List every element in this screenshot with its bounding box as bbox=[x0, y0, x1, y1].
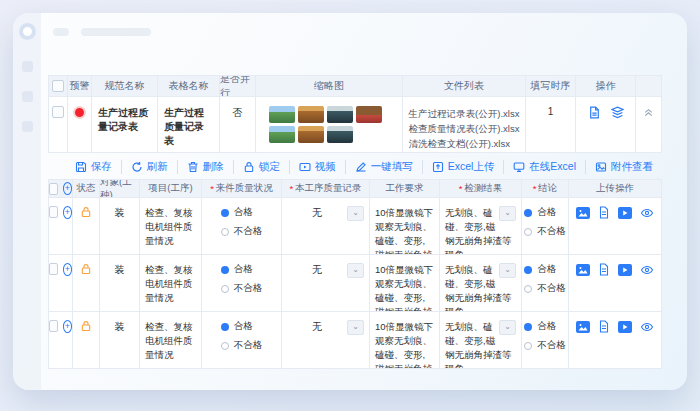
select-all-checkbox[interactable] bbox=[49, 183, 58, 195]
attachment-view-button[interactable]: 附件查看 bbox=[585, 160, 662, 174]
col-parallel: 是否并行 bbox=[220, 75, 256, 97]
col-collapse bbox=[636, 75, 662, 97]
quick-fill-button[interactable]: 一键填写 bbox=[345, 160, 422, 174]
thumbnail-image[interactable] bbox=[298, 126, 324, 143]
thumbnail-image[interactable] bbox=[269, 106, 295, 123]
radio-pass[interactable]: 合格 bbox=[524, 206, 556, 219]
row-checkbox[interactable] bbox=[52, 106, 64, 118]
project-value: 检查、复核电机组件质量情况 bbox=[140, 263, 201, 305]
radio-fail[interactable]: 不合格 bbox=[221, 282, 263, 295]
modal-card: 预警 规范名称 表格名称 是否并行 缩略图 文件列表 填写时序 操作 生产过程质… bbox=[13, 13, 687, 390]
role-value: 装 bbox=[115, 263, 125, 277]
chevron-down-icon[interactable]: ⌄ bbox=[499, 263, 516, 278]
radio-fail[interactable]: 不合格 bbox=[524, 225, 566, 238]
add-row-icon[interactable]: + bbox=[63, 206, 72, 219]
eye-icon[interactable] bbox=[640, 264, 654, 276]
radio-fail[interactable]: 不合格 bbox=[221, 339, 263, 352]
refresh-button[interactable]: 刷新 bbox=[121, 160, 177, 174]
chevron-down-icon[interactable]: ⌄ bbox=[347, 320, 364, 335]
add-row-icon[interactable]: + bbox=[63, 320, 72, 333]
test-result-select[interactable]: ⌄ 无划痕、磕碰、变形,磁钢无崩角掉渣等现象 bbox=[440, 263, 521, 312]
thumbnail-image[interactable] bbox=[327, 126, 353, 143]
sidebar-item-ghost bbox=[22, 91, 33, 102]
process-record-select[interactable]: 无 ⌄ bbox=[282, 263, 369, 278]
col-fill-order: 填写时序 bbox=[526, 75, 576, 97]
col-conclusion: *结论 bbox=[522, 179, 569, 198]
thumbnail-image[interactable] bbox=[327, 106, 353, 123]
radio-fail[interactable]: 不合格 bbox=[524, 339, 566, 352]
spec-name: 生产过程质量记录表 bbox=[92, 106, 157, 134]
image-icon[interactable] bbox=[576, 321, 590, 333]
chevron-down-icon[interactable]: ⌄ bbox=[499, 320, 516, 335]
radio-pass[interactable]: 合格 bbox=[524, 263, 556, 276]
thumbnail-image[interactable] bbox=[356, 106, 382, 123]
thumbnail-image[interactable] bbox=[298, 106, 324, 123]
document-icon[interactable] bbox=[598, 320, 610, 333]
video-icon[interactable] bbox=[618, 264, 632, 276]
records-table: + 状态 对象(工种) 项目(工序) *来件质量状况 *本工序质量记录 工作要求… bbox=[48, 179, 662, 369]
add-row-icon[interactable]: + bbox=[63, 263, 72, 276]
document-icon[interactable] bbox=[588, 106, 601, 119]
record-row: + 装 检查、复核电机组件质量情况 合格 不合格 无 ⌄ 1 bbox=[48, 255, 662, 312]
file-link[interactable]: 生产过程记录表(公开).xlsx bbox=[409, 106, 520, 121]
process-record-select[interactable]: 无 ⌄ bbox=[282, 206, 369, 221]
chevron-down-icon[interactable]: ⌄ bbox=[347, 263, 364, 278]
file-link[interactable]: 检查质量情况表(公开).xlsx bbox=[409, 121, 520, 136]
conclusion-radios: 合格 不合格 bbox=[524, 320, 566, 352]
video-icon[interactable] bbox=[618, 321, 632, 333]
layers-icon[interactable] bbox=[611, 106, 624, 119]
save-icon bbox=[75, 161, 87, 173]
lock-status-icon bbox=[80, 320, 92, 332]
radio-fail[interactable]: 不合格 bbox=[221, 225, 263, 238]
excel-upload-button[interactable]: Excel上传 bbox=[422, 160, 504, 174]
add-row-icon[interactable]: + bbox=[63, 182, 72, 195]
radio-pass[interactable]: 合格 bbox=[221, 320, 253, 333]
image-icon[interactable] bbox=[576, 207, 590, 219]
process-record-select[interactable]: 无 ⌄ bbox=[282, 320, 369, 335]
action-toolbar: 保存 刷新 删除 锁定 视频 一键填写 bbox=[48, 157, 662, 177]
file-list: 生产过程记录表(公开).xlsx 检查质量情况表(公开).xlsx 清洗检查文档… bbox=[405, 106, 524, 151]
video-icon bbox=[299, 161, 311, 173]
file-link[interactable]: 清洗检查文档(公开).xlsx bbox=[409, 136, 520, 151]
eye-icon[interactable] bbox=[640, 207, 654, 219]
document-icon[interactable] bbox=[598, 263, 610, 276]
conclusion-radios: 合格 不合格 bbox=[524, 263, 566, 295]
save-button[interactable]: 保存 bbox=[66, 160, 121, 174]
delete-button[interactable]: 删除 bbox=[177, 160, 233, 174]
document-icon[interactable] bbox=[598, 206, 610, 219]
lock-button[interactable]: 锁定 bbox=[233, 160, 289, 174]
radio-fail[interactable]: 不合格 bbox=[524, 282, 566, 295]
row-checkbox[interactable] bbox=[49, 263, 58, 275]
online-excel-button[interactable]: 在线Excel bbox=[503, 160, 585, 174]
chevron-down-icon[interactable]: ⌄ bbox=[499, 206, 516, 221]
test-result-select[interactable]: ⌄ 无划痕、磕碰、变形,磁钢无崩角掉渣等现象 bbox=[440, 320, 521, 369]
col-alert: 预警 bbox=[68, 75, 92, 97]
radio-pass[interactable]: 合格 bbox=[524, 320, 556, 333]
radio-pass[interactable]: 合格 bbox=[221, 263, 253, 276]
lock-status-icon bbox=[80, 206, 92, 218]
row-checkbox[interactable] bbox=[49, 206, 58, 218]
app-logo bbox=[19, 23, 36, 40]
test-result-select[interactable]: ⌄ 无划痕、磕碰、变形,磁钢无崩角掉渣等现象 bbox=[440, 206, 521, 255]
header-select-cell bbox=[48, 75, 68, 97]
role-value: 装 bbox=[115, 206, 125, 220]
row-checkbox[interactable] bbox=[49, 320, 58, 332]
eye-icon[interactable] bbox=[640, 321, 654, 333]
video-icon[interactable] bbox=[618, 207, 632, 219]
radio-selected-icon bbox=[524, 323, 532, 331]
forms-table-row: 生产过程质量记录表 生产过程质量记录表 否 bbox=[48, 97, 662, 153]
video-button[interactable]: 视频 bbox=[289, 160, 345, 174]
header-select-cell: + bbox=[48, 179, 73, 198]
thumbnail-image[interactable] bbox=[269, 126, 295, 143]
monitor-icon bbox=[513, 161, 525, 173]
image-icon[interactable] bbox=[576, 264, 590, 276]
lock-icon bbox=[243, 161, 255, 173]
radio-pass[interactable]: 合格 bbox=[221, 206, 253, 219]
collapse-row-icon[interactable] bbox=[643, 106, 654, 117]
blurred-menu-icon bbox=[53, 28, 69, 36]
col-status: 状态 bbox=[73, 179, 100, 198]
project-value: 检查、复核电机组件质量情况 bbox=[140, 206, 201, 248]
chevron-down-icon[interactable]: ⌄ bbox=[347, 206, 364, 221]
select-all-checkbox[interactable] bbox=[52, 80, 64, 92]
radio-unselected-icon bbox=[221, 228, 229, 236]
